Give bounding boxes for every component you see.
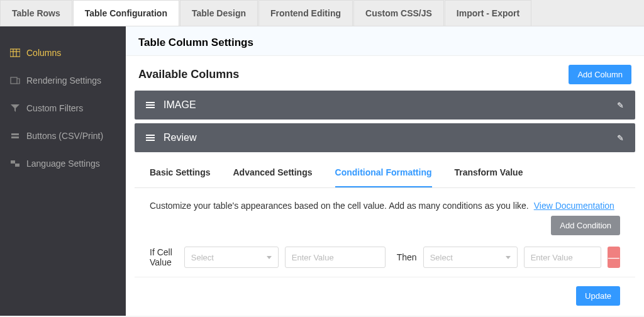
add-condition-button[interactable]: Add Condition xyxy=(551,216,620,235)
tab-import-export[interactable]: Import - Export xyxy=(445,0,531,26)
edit-icon[interactable]: ✎ xyxy=(617,101,624,110)
cf-description: Customize your table's appearances based… xyxy=(150,201,529,211)
column-name: IMAGE xyxy=(164,99,196,111)
filter-icon xyxy=(10,103,20,113)
sidebar-item-rendering[interactable]: Rendering Settings xyxy=(0,67,126,94)
sidebar-item-label: Buttons (CSV/Print) xyxy=(26,131,103,141)
tab-table-design[interactable]: Table Design xyxy=(180,0,258,26)
if-label: If Cell Value xyxy=(150,247,178,267)
sidebar-item-label: Rendering Settings xyxy=(26,75,101,86)
svg-rect-6 xyxy=(11,136,19,138)
then-label: Then xyxy=(397,252,417,262)
inner-tab-basic[interactable]: Basic Settings xyxy=(150,156,210,187)
sidebar-item-label: Columns xyxy=(26,48,61,58)
sidebar-item-columns[interactable]: Columns xyxy=(0,39,126,67)
rendering-icon xyxy=(10,75,20,86)
buttons-icon xyxy=(10,131,20,141)
available-columns-title: Available Columns xyxy=(138,68,239,81)
if-operator-select[interactable]: Select xyxy=(184,247,279,268)
svg-rect-7 xyxy=(11,160,15,164)
column-name: Review xyxy=(164,132,196,143)
sidebar-item-label: Language Settings xyxy=(26,158,100,169)
sidebar-item-buttons[interactable]: Buttons (CSV/Print) xyxy=(0,122,126,150)
condition-row: If Cell Value Select Then Select — xyxy=(135,243,635,277)
drag-handle-icon[interactable] xyxy=(146,102,155,108)
inner-tab-advanced[interactable]: Advanced Settings xyxy=(233,156,312,187)
then-action-select[interactable]: Select xyxy=(423,247,518,268)
remove-condition-button[interactable]: — xyxy=(608,247,620,268)
tab-frontend-editing[interactable]: Frontend Editing xyxy=(258,0,353,26)
inner-tab-transform[interactable]: Transform Value xyxy=(455,156,523,187)
columns-icon xyxy=(10,48,20,58)
column-panel-review: Basic Settings Advanced Settings Conditi… xyxy=(135,156,635,314)
content-area: Table Column Settings Available Columns … xyxy=(126,26,644,316)
sidebar-item-label: Custom Filters xyxy=(26,103,83,113)
section-title: Table Column Settings xyxy=(126,26,644,56)
then-value-input[interactable] xyxy=(524,247,601,268)
top-tabs: Table Rows Table Configuration Table Des… xyxy=(0,0,644,26)
svg-rect-4 xyxy=(11,77,17,84)
inner-tab-conditional[interactable]: Conditional Formatting xyxy=(335,156,432,187)
update-button[interactable]: Update xyxy=(576,286,620,306)
drag-handle-icon[interactable] xyxy=(146,135,155,141)
svg-rect-8 xyxy=(15,164,19,167)
tab-table-rows[interactable]: Table Rows xyxy=(0,0,72,26)
add-column-button[interactable]: Add Column xyxy=(569,65,631,84)
tab-custom-css-js[interactable]: Custom CSS/JS xyxy=(353,0,444,26)
inner-tabs: Basic Settings Advanced Settings Conditi… xyxy=(135,156,635,188)
sidebar-item-language[interactable]: Language Settings xyxy=(0,150,126,177)
tab-table-configuration[interactable]: Table Configuration xyxy=(73,0,179,26)
view-documentation-link[interactable]: View Documentation xyxy=(534,201,614,211)
language-icon xyxy=(10,158,20,169)
column-header-review[interactable]: Review ✎ xyxy=(135,123,635,152)
svg-rect-5 xyxy=(11,133,19,135)
svg-rect-0 xyxy=(10,49,20,57)
if-value-input[interactable] xyxy=(285,247,386,268)
sidebar-item-filters[interactable]: Custom Filters xyxy=(0,94,126,122)
sidebar: Columns Rendering Settings Custom Filter… xyxy=(0,26,126,316)
edit-icon[interactable]: ✎ xyxy=(617,133,624,143)
column-header-image[interactable]: IMAGE ✎ xyxy=(135,91,635,120)
